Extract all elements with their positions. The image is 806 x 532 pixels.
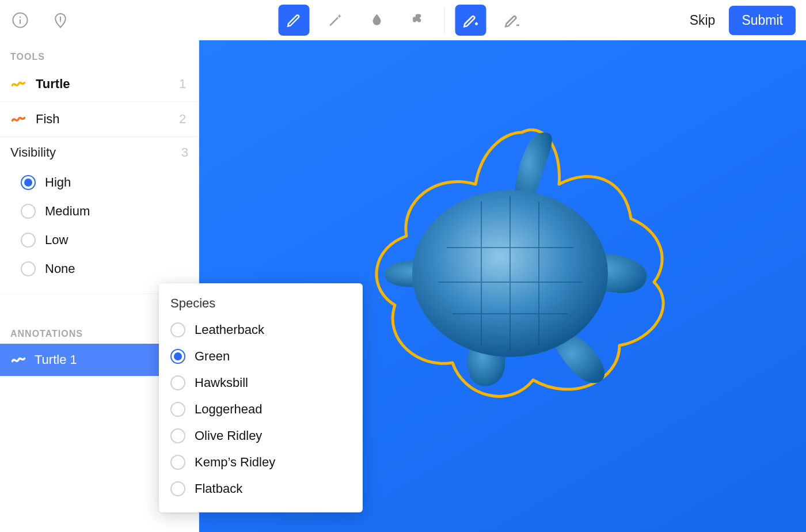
tool-magic[interactable] [320, 5, 351, 36]
visibility-option-label: Low [45, 233, 68, 248]
visibility-option-label: None [45, 261, 75, 276]
svg-point-4 [60, 21, 61, 22]
squiggle-icon [10, 352, 26, 368]
species-option-label: Loggerhead [195, 402, 262, 417]
radio-dot[interactable] [21, 204, 36, 219]
species-option-label: Green [195, 349, 230, 364]
species-popover: Species LeatherbackGreenHawksbillLoggerh… [159, 283, 363, 512]
species-options: LeatherbackGreenHawksbillLoggerheadOlive… [170, 317, 351, 502]
sidebar-item-label: Fish [36, 112, 168, 127]
radio-dot[interactable] [170, 349, 185, 364]
sidebar-item-visibility: Visibility 3 HighMediumLowNone [0, 137, 199, 294]
tool-puzzle[interactable] [403, 5, 434, 36]
species-option-label: Flatback [195, 481, 242, 496]
visibility-option[interactable]: High [21, 168, 188, 197]
sidebar-item-turtle[interactable]: Turtle 1 [0, 67, 199, 102]
info-icon[interactable] [10, 10, 30, 30]
radio-dot[interactable] [170, 375, 185, 390]
radio-dot[interactable] [21, 261, 36, 276]
radio-dot[interactable] [170, 322, 185, 337]
tool-droplet[interactable] [362, 5, 393, 36]
species-option[interactable]: Hawksbill [170, 370, 351, 396]
visibility-option-label: High [45, 175, 71, 190]
radio-dot[interactable] [170, 455, 185, 470]
radio-dot[interactable] [21, 175, 36, 190]
species-option[interactable]: Kemp’s Ridley [170, 449, 351, 476]
species-option[interactable]: Green [170, 343, 351, 370]
toolbox [279, 5, 528, 36]
annotation-item-label: Turtle 1 [35, 352, 77, 367]
species-option[interactable]: Olive Ridley [170, 423, 351, 449]
species-option-label: Leatherback [195, 322, 264, 337]
visibility-label: Visibility [10, 145, 56, 160]
radio-dot[interactable] [21, 233, 36, 248]
tool-pen-plus[interactable] [455, 5, 486, 36]
topbar-right: Skip Submit [690, 6, 796, 35]
toolbox-separator [444, 7, 445, 33]
species-option[interactable]: Leatherback [170, 317, 351, 343]
species-option-label: Kemp’s Ridley [195, 455, 275, 470]
sidebar-item-label: Turtle [36, 77, 168, 92]
visibility-option[interactable]: Medium [21, 197, 188, 226]
submit-button[interactable]: Submit [729, 6, 796, 35]
species-popover-title: Species [170, 296, 351, 311]
visibility-option[interactable]: None [21, 254, 188, 283]
svg-point-2 [20, 17, 21, 18]
turtle-instance[interactable] [332, 109, 689, 409]
sidebar-item-fish[interactable]: Fish 2 [0, 102, 199, 137]
skip-button[interactable]: Skip [690, 13, 716, 28]
flag-pin-icon[interactable] [51, 10, 70, 30]
tool-pen-minus[interactable] [497, 5, 528, 36]
topbar: Skip Submit [0, 0, 806, 40]
radio-dot[interactable] [170, 481, 185, 496]
species-option-label: Hawksbill [195, 375, 248, 390]
species-option[interactable]: Loggerhead [170, 396, 351, 423]
sidebar-section-tools: Tools [0, 40, 199, 67]
radio-dot[interactable] [170, 402, 185, 417]
species-option-label: Olive Ridley [195, 428, 262, 443]
visibility-options: HighMediumLowNone [10, 168, 188, 283]
tool-pen[interactable] [279, 5, 310, 36]
radio-dot[interactable] [170, 428, 185, 443]
visibility-option-label: Medium [45, 204, 90, 219]
sidebar-item-key: 2 [177, 112, 188, 127]
sidebar-item-key: 1 [177, 77, 188, 92]
visibility-key: 3 [181, 145, 188, 160]
visibility-option[interactable]: Low [21, 226, 188, 254]
species-option[interactable]: Flatback [170, 476, 351, 502]
topbar-left [10, 10, 70, 30]
squiggle-icon [10, 76, 26, 92]
squiggle-icon [10, 111, 26, 127]
